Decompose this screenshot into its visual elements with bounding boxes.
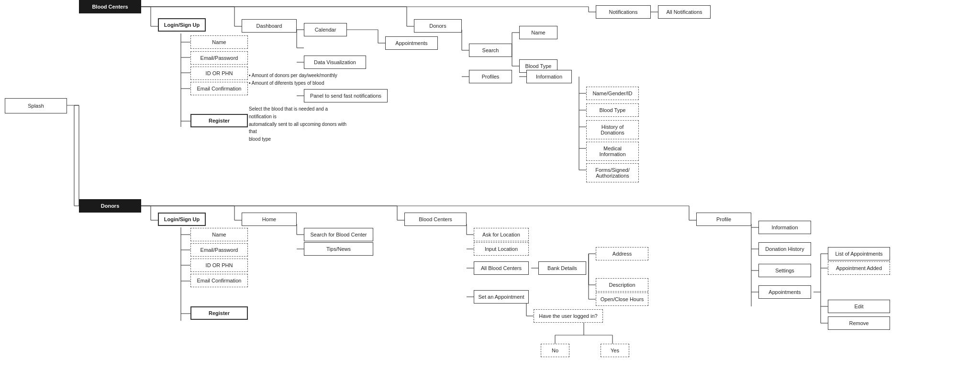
appointment-added-node: Appointment Added xyxy=(828,261,890,275)
set-appointment-node: Set an Appointment xyxy=(474,290,529,304)
id-phn-top-label: ID OR PHN xyxy=(206,70,233,76)
input-location-node: Input Location xyxy=(474,242,529,256)
login-signup-bottom-node: Login/Sign Up xyxy=(158,213,206,226)
donors-top-node: Donors xyxy=(414,19,462,33)
dashboard-node: Dashboard xyxy=(242,19,297,33)
tips-news-label: Tips/News xyxy=(326,246,351,252)
no-node: No xyxy=(541,344,569,357)
email-pwd-top-node: Email/Password xyxy=(190,51,248,65)
address-label: Address xyxy=(612,251,632,257)
profile-label: Profile xyxy=(716,216,731,222)
email-pwd-bottom-node: Email/Password xyxy=(190,243,248,257)
list-appointments-node: List of Appointments xyxy=(828,247,890,260)
notifications-node: Notifications xyxy=(596,5,651,19)
ask-location-node: Ask for Location xyxy=(474,228,529,241)
medical-info-label: Medical Information xyxy=(599,146,625,157)
login-signup-bottom-label: Login/Sign Up xyxy=(164,216,200,222)
register-bottom-node: Register xyxy=(190,306,248,320)
blood-centers-top-label: Blood Centers xyxy=(92,4,128,10)
edit-label: Edit xyxy=(855,304,864,309)
email-conf-top-node: Email Confirmation xyxy=(190,82,248,95)
appointments-profile-label: Appointments xyxy=(768,289,801,295)
list-appointments-label: List of Appointments xyxy=(835,251,882,257)
all-notifications-node: All Notifications xyxy=(658,5,711,19)
history-donations-label: History of Donations xyxy=(601,124,624,135)
name-bottom-node: Name xyxy=(190,228,248,241)
notifications-label: Notifications xyxy=(609,9,638,15)
home-node: Home xyxy=(242,213,297,226)
address-node: Address xyxy=(596,247,648,260)
search-label: Search xyxy=(482,47,499,53)
data-viz-text: • Amount of donors per day/week/monthly … xyxy=(249,72,337,87)
splash-label: Splash xyxy=(28,103,44,109)
search-blood-center-node: Search for Blood Center xyxy=(304,228,373,241)
profiles-node: Profiles xyxy=(469,70,512,83)
settings-label: Settings xyxy=(775,268,794,273)
email-conf-top-label: Email Confirmation xyxy=(197,86,242,91)
name-search-label: Name xyxy=(531,30,545,35)
donors-top-label: Donors xyxy=(429,23,446,29)
register-top-label: Register xyxy=(209,118,230,124)
appointments-top-label: Appointments xyxy=(395,40,427,46)
data-viz-text-label: • Amount of donors per day/week/monthly … xyxy=(249,73,337,86)
edit-node: Edit xyxy=(828,300,890,313)
name-top-label: Name xyxy=(212,39,226,45)
remove-label: Remove xyxy=(849,320,869,326)
blood-centers-bottom-node: Blood Centers xyxy=(404,213,467,226)
blood-type-search-label: Blood Type xyxy=(525,63,552,69)
profile-node: Profile xyxy=(696,213,751,226)
remove-node: Remove xyxy=(828,316,890,330)
panel-text-label: Select the blood that is needed and a no… xyxy=(249,106,346,142)
open-close-label: Open/Close Hours xyxy=(601,296,644,302)
canvas: Splash Blood Centers Login/Sign Up Name … xyxy=(0,0,980,383)
profiles-label: Profiles xyxy=(482,74,500,79)
history-donations-node: History of Donations xyxy=(586,120,639,139)
donation-history-node: Donation History xyxy=(758,242,811,256)
panel-notifications-label: Panel to send fast notifications xyxy=(310,93,381,99)
calendar-node: Calendar xyxy=(304,23,347,36)
calendar-label: Calendar xyxy=(315,27,336,33)
email-conf-bottom-label: Email Confirmation xyxy=(197,278,242,283)
all-blood-centers-label: All Blood Centers xyxy=(481,265,522,271)
have-logged-label: Have the user logged in? xyxy=(539,313,597,319)
description-node: Description xyxy=(596,278,648,292)
login-signup-top-label: Login/Sign Up xyxy=(164,22,200,28)
id-phn-top-node: ID OR PHN xyxy=(190,67,248,80)
search-node: Search xyxy=(469,44,512,57)
medical-info-node: Medical Information xyxy=(586,142,639,161)
data-viz-node: Data Visualization xyxy=(304,56,366,69)
dashboard-label: Dashboard xyxy=(256,23,282,29)
forms-signed-node: Forms/Signed/ Authorizations xyxy=(586,163,639,182)
data-viz-label: Data Visualization xyxy=(314,59,356,65)
yes-label: Yes xyxy=(611,348,619,353)
search-blood-center-label: Search for Blood Center xyxy=(310,232,367,237)
ask-location-label: Ask for Location xyxy=(482,232,520,237)
register-bottom-label: Register xyxy=(209,310,230,316)
home-label: Home xyxy=(262,216,276,222)
all-blood-centers-node: All Blood Centers xyxy=(474,261,529,275)
name-search-node: Name xyxy=(519,26,557,39)
panel-text: Select the blood that is needed and a no… xyxy=(249,105,349,143)
donors-bottom-label: Donors xyxy=(101,203,120,209)
description-label: Description xyxy=(609,282,635,288)
email-pwd-top-label: Email/Password xyxy=(200,55,238,61)
appointments-profile-node: Appointments xyxy=(758,285,811,299)
register-top-node: Register xyxy=(190,114,248,127)
email-pwd-bottom-label: Email/Password xyxy=(200,247,238,253)
name-gender-id-node: Name/Gender/ID xyxy=(586,87,639,100)
name-bottom-label: Name xyxy=(212,232,226,237)
name-gender-id-label: Name/Gender/ID xyxy=(592,90,632,96)
information-profile-label: Information xyxy=(771,225,798,230)
name-top-node: Name xyxy=(190,35,248,49)
bank-details-node: Bank Details xyxy=(538,261,586,275)
tips-news-node: Tips/News xyxy=(304,242,373,256)
id-phn-bottom-node: ID OR PHN xyxy=(190,259,248,272)
settings-node: Settings xyxy=(758,264,811,277)
appointments-top-node: Appointments xyxy=(385,36,438,50)
blood-type-info-label: Blood Type xyxy=(600,107,626,113)
splash-node: Splash xyxy=(5,98,67,113)
login-signup-top-node: Login/Sign Up xyxy=(158,18,206,32)
no-label: No xyxy=(552,348,558,353)
appointment-added-label: Appointment Added xyxy=(836,265,882,271)
open-close-node: Open/Close Hours xyxy=(596,293,648,306)
